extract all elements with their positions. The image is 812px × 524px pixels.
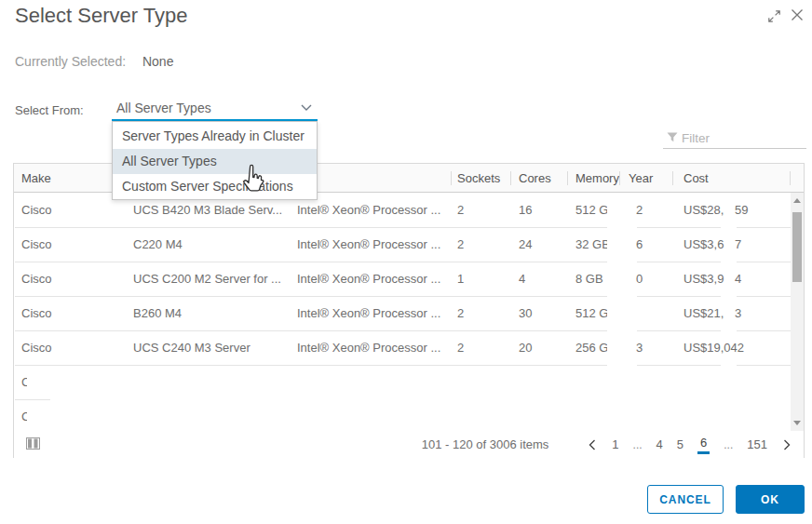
close-icon xyxy=(791,10,804,24)
cell-memory: 32 GB xyxy=(575,237,607,251)
cell-memory: 512 GB xyxy=(575,306,607,320)
row-divider xyxy=(15,262,791,262)
cell-model: UCS C200 M2 Server for ... xyxy=(133,272,281,286)
chevron-down-icon xyxy=(301,104,312,112)
page-number[interactable]: 151 xyxy=(747,437,767,451)
page-number[interactable]: 4 xyxy=(656,437,663,451)
column-divider[interactable] xyxy=(451,171,452,185)
cell-cores: 24 xyxy=(519,237,532,251)
cell-sockets: 2 xyxy=(457,306,464,320)
cell-make: Cisco xyxy=(21,272,52,286)
server-type-select[interactable]: All Server Types xyxy=(112,96,318,121)
cell-cost: US$28,59 xyxy=(683,203,795,217)
cell-year: 3 xyxy=(636,341,643,355)
cell-cores: 30 xyxy=(519,306,532,320)
page-ellipsis: ... xyxy=(724,438,733,451)
row-divider xyxy=(15,227,791,228)
cell-model: C220 M4 xyxy=(133,237,183,251)
cell-model: B260 M4 xyxy=(133,306,182,320)
cell-make: Cisco xyxy=(21,306,52,320)
cell-make-partial: C xyxy=(21,375,27,389)
scrollbar-thumb[interactable] xyxy=(792,212,802,282)
scroll-up-arrow-icon[interactable] xyxy=(793,198,801,203)
cell-year: 6 xyxy=(636,237,643,251)
cell-make: Cisco xyxy=(21,203,52,217)
cell-processor: Intel® Xeon® Processor ... xyxy=(297,237,440,251)
column-header-make[interactable]: Make xyxy=(21,171,51,185)
cell-cost: US$19,042 xyxy=(683,341,795,355)
cell-sockets: 2 xyxy=(457,237,464,251)
page-number-current[interactable]: 6 xyxy=(697,435,710,454)
dropdown-option-already-in-cluster[interactable]: Server Types Already in Cluster xyxy=(113,122,317,149)
cell-year: 2 xyxy=(636,203,643,217)
close-button[interactable] xyxy=(791,8,804,21)
ok-button[interactable]: OK xyxy=(736,485,805,514)
dropdown-option-custom-specs[interactable]: Custom Server Specifications xyxy=(113,174,317,199)
hand-pointer-cursor xyxy=(238,162,268,197)
column-divider[interactable] xyxy=(510,171,511,185)
page-ellipsis: ... xyxy=(633,438,643,451)
grid-footer: 101 - 120 of 3006 items 1 ... 4 5 6 ... … xyxy=(14,431,804,458)
column-divider[interactable] xyxy=(619,171,620,185)
cell-make-partial: C xyxy=(21,410,27,423)
table-row-loading[interactable]: C xyxy=(14,365,804,399)
select-from-label: Select From: xyxy=(15,103,84,117)
cell-make: Cisco xyxy=(21,237,52,251)
table-row-loading[interactable]: C xyxy=(14,399,804,431)
cell-memory: 8 GB xyxy=(575,272,603,286)
row-divider xyxy=(15,296,791,297)
column-divider[interactable] xyxy=(672,171,673,185)
page-number[interactable]: 5 xyxy=(677,437,683,451)
select-server-type-dialog: Select Server Type Currently Selected: N… xyxy=(0,0,812,524)
funnel-icon xyxy=(667,132,678,142)
table-row[interactable]: Cisco C220 M4 Intel® Xeon® Processor ...… xyxy=(14,227,804,262)
select-value: All Server Types xyxy=(116,101,211,115)
resize-expand-icon xyxy=(767,12,781,26)
cell-cost: US$3,67 xyxy=(683,237,795,251)
currently-selected-line: Currently Selected: None xyxy=(15,54,173,69)
cell-memory: 256 GB xyxy=(575,341,607,355)
row-divider xyxy=(15,365,791,366)
table-row[interactable]: Cisco B260 M4 Intel® Xeon® Processor ...… xyxy=(14,296,804,330)
column-header-cores[interactable]: Cores xyxy=(519,171,551,185)
column-header-sockets[interactable]: Sockets xyxy=(457,171,500,185)
currently-selected-value: None xyxy=(142,54,173,69)
cell-processor: Intel® Xeon® Processor ... xyxy=(297,306,440,320)
resize-expand-button[interactable] xyxy=(767,9,781,23)
cell-cores: 20 xyxy=(519,341,532,355)
vertical-scrollbar[interactable] xyxy=(791,193,804,431)
column-toggle-button[interactable] xyxy=(26,437,40,450)
cell-cost: US$21,3 xyxy=(683,306,795,320)
cell-processor: Intel® Xeon® Processor ... xyxy=(297,272,440,286)
server-type-grid: Make Sockets Cores Memory Year Cost Cisc… xyxy=(13,163,805,458)
cell-cost: US$3,94 xyxy=(683,272,795,286)
scroll-down-arrow-icon[interactable] xyxy=(793,421,801,425)
column-toggle-icon xyxy=(26,438,40,452)
column-divider[interactable] xyxy=(790,171,791,185)
dropdown-option-all-server-types[interactable]: All Server Types xyxy=(113,149,317,174)
cell-cores: 4 xyxy=(519,272,525,286)
filter-input[interactable] xyxy=(682,128,803,147)
currently-selected-label: Currently Selected: xyxy=(15,54,126,69)
column-header-memory[interactable]: Memory xyxy=(575,171,619,185)
column-header-year[interactable]: Year xyxy=(629,171,653,185)
chevron-left-icon[interactable] xyxy=(587,437,598,452)
row-divider xyxy=(15,399,791,400)
column-divider[interactable] xyxy=(567,171,568,185)
cell-make: Cisco xyxy=(21,341,52,355)
chevron-right-icon[interactable] xyxy=(781,437,792,452)
cell-sockets: 1 xyxy=(457,272,464,286)
pagination-summary: 101 - 120 of 3006 items xyxy=(422,437,549,451)
page-number[interactable]: 1 xyxy=(612,437,618,451)
pagination: 101 - 120 of 3006 items 1 ... 4 5 6 ... … xyxy=(422,431,792,458)
table-row[interactable]: Cisco UCS C200 M2 Server for ... Intel® … xyxy=(14,262,804,296)
table-row[interactable]: Cisco UCS C240 M3 Server Intel® Xeon® Pr… xyxy=(14,330,804,365)
cell-memory: 512 GB xyxy=(575,203,607,217)
cancel-button[interactable]: CANCEL xyxy=(647,485,724,514)
cell-sockets: 2 xyxy=(457,341,464,355)
cell-model: UCS C240 M3 Server xyxy=(133,341,250,355)
column-header-cost[interactable]: Cost xyxy=(683,171,709,185)
cell-processor: Intel® Xeon® Processor ... xyxy=(297,341,440,355)
cell-processor: Intel® Xeon® Processor ... xyxy=(297,203,440,217)
cell-model: UCS B420 M3 Blade Serv... xyxy=(133,203,282,217)
